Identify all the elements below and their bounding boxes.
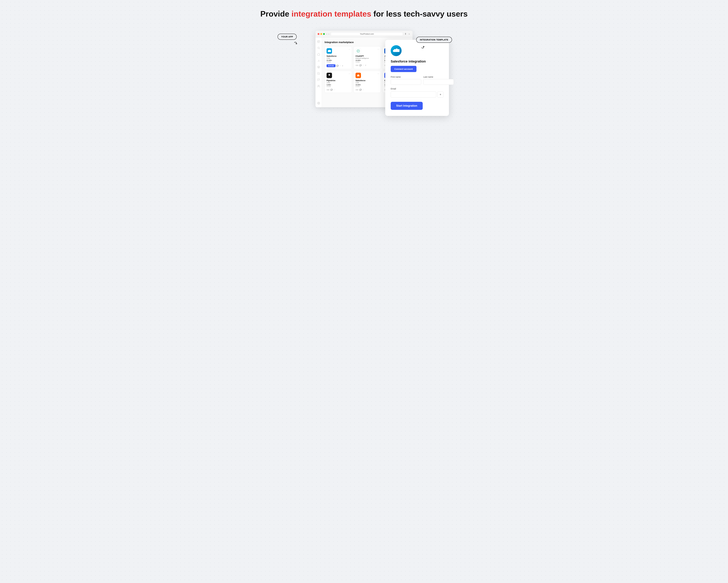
card-icons-pipedrive: 💬 ♡ xyxy=(331,89,335,91)
card-logo-salesforce2 xyxy=(356,73,361,78)
gray-btn-salesforce2[interactable] xyxy=(356,89,359,91)
start-integration-button[interactable]: Start Integration xyxy=(391,102,423,110)
sidebar-icon-check[interactable] xyxy=(317,72,320,75)
heart-icon-5: ♡ xyxy=(363,89,364,91)
integration-panel: Salesforce integration Connect account F… xyxy=(385,40,449,116)
card-category-pipedrive: CRM xyxy=(327,82,350,83)
card-menu-salesforce2[interactable]: ··· xyxy=(378,72,379,75)
nav-back[interactable]: ‹ xyxy=(327,33,327,35)
sidebar-icon-flag[interactable] xyxy=(317,78,320,81)
card-menu-pipedrive[interactable]: ··· xyxy=(348,72,350,75)
svg-marker-5 xyxy=(317,66,320,67)
card-footer-salesforce2: 💬 ♡ xyxy=(356,89,379,91)
first-name-label: First name xyxy=(391,76,421,78)
gray-btn-pipedrive[interactable] xyxy=(327,89,330,91)
dot-red[interactable] xyxy=(318,33,319,35)
gray-btn-chatgpt[interactable] xyxy=(356,65,359,66)
last-name-group: Last name xyxy=(423,76,454,85)
comment-icon-2: 💬 xyxy=(360,64,362,67)
email-row: + xyxy=(391,92,443,98)
name-form-row: First name Last name xyxy=(391,76,443,85)
salesforce-logo-icon xyxy=(393,48,399,53)
headline-suffix: for less tech-savvy users xyxy=(371,9,468,18)
integration-template-label: INTEGRATION TEMPLATE xyxy=(416,37,452,43)
card-icons-chatgpt: 💬 ♡ ⬆ xyxy=(360,64,366,67)
sidebar-icon-chart[interactable] xyxy=(317,59,320,62)
nav-forward[interactable]: › xyxy=(328,33,329,35)
heart-icon-4: ♡ xyxy=(334,89,335,91)
card-category-salesforce: CRM xyxy=(327,57,350,59)
card-name-salesforce: Salesforce xyxy=(327,55,350,57)
your-app-label: YOUR APP xyxy=(278,34,297,40)
heart-icon: ♡ xyxy=(339,65,341,67)
add-tab-icon[interactable]: ＋ xyxy=(408,32,410,36)
last-name-label: Last name xyxy=(423,76,454,78)
card-chatgpt: ··· ChatGPT Artificial Intelligence 10,0… xyxy=(354,46,381,69)
email-label: Email xyxy=(391,87,443,90)
first-name-input[interactable] xyxy=(391,79,421,85)
email-group: Email xyxy=(391,87,443,90)
activate-btn-salesforce[interactable]: Activate xyxy=(327,64,336,67)
card-logo-pipedrive xyxy=(327,73,332,78)
sidebar-icon-search[interactable] xyxy=(317,46,320,50)
comment-icon-4: 💬 xyxy=(331,89,333,91)
browser-url-bar[interactable]: YourProduct.com xyxy=(331,32,403,36)
browser-dots xyxy=(318,33,325,35)
card-category-chatgpt: Artificial Intelligence xyxy=(356,57,379,59)
card-menu-chatgpt[interactable]: ··· xyxy=(378,48,379,50)
comment-icon: 💬 xyxy=(336,65,339,67)
panel-title: Salesforce integration xyxy=(391,59,443,64)
card-footer-chatgpt: 💬 ♡ ⬆ xyxy=(356,64,379,67)
card-footer-pipedrive: 💬 ♡ xyxy=(327,89,350,91)
card-installs-pipedrive: 3,000+Installs xyxy=(327,84,350,87)
sidebar-icon-settings[interactable] xyxy=(317,101,320,105)
card-pipedrive: ··· Pipedrive CRM 3,000+Installs 💬 ♡ xyxy=(324,71,352,93)
headline-highlight: integration templates xyxy=(291,9,371,18)
your-app-arrow: ↷ xyxy=(293,41,298,46)
dot-yellow[interactable] xyxy=(320,33,322,35)
share-icon[interactable]: ⬆ xyxy=(405,32,407,36)
svg-point-8 xyxy=(318,103,319,104)
svg-point-7 xyxy=(318,85,319,86)
browser-toolbar: ‹ › YourProduct.com ⬆ ＋ xyxy=(315,31,413,37)
sidebar-icon-box[interactable] xyxy=(317,40,320,43)
svg-rect-0 xyxy=(318,41,320,43)
comment-icon-5: 💬 xyxy=(360,89,362,91)
card-name-chatgpt: ChatGPT xyxy=(356,55,379,57)
app-sidebar xyxy=(315,37,322,107)
share-icon-2: ⬆ xyxy=(365,64,366,67)
card-footer-salesforce: Activate 💬 ♡ ⬆ xyxy=(327,64,350,67)
card-installs-salesforce: 22,000+Installs xyxy=(327,60,350,63)
card-menu-salesforce[interactable]: ··· xyxy=(348,48,350,50)
demo-area: YOUR APP ↷ INTEGRATION TEMPLATE ↷ ‹ › Yo… xyxy=(281,31,447,107)
heart-icon-2: ♡ xyxy=(363,64,364,67)
sidebar-icon-user[interactable] xyxy=(317,84,320,88)
svg-marker-10 xyxy=(357,74,360,77)
card-salesforce: ··· Salesforce CRM 22,000+Installs Activ… xyxy=(324,46,352,69)
card-logo-salesforce xyxy=(327,48,332,54)
card-icons-salesforce2: 💬 ♡ xyxy=(360,89,364,91)
email-add-button[interactable]: + xyxy=(437,92,443,98)
sidebar-icon-home[interactable] xyxy=(317,53,320,56)
email-input[interactable] xyxy=(391,92,436,98)
page-headline: Provide integration templates for less t… xyxy=(260,9,468,19)
card-logo-chatgpt xyxy=(356,48,361,54)
svg-point-1 xyxy=(318,47,319,49)
first-name-group: First name xyxy=(391,76,421,85)
panel-logo xyxy=(391,45,401,56)
card-category-salesforce2: CRM xyxy=(356,82,379,83)
headline-prefix: Provide xyxy=(260,9,291,18)
card-name-salesforce2: Salesforce xyxy=(356,79,379,82)
dot-green[interactable] xyxy=(323,33,325,35)
card-installs-salesforce2: 10,000+Installs xyxy=(356,84,379,87)
sidebar-icon-layers[interactable] xyxy=(317,66,320,69)
last-name-input[interactable] xyxy=(423,79,454,85)
share-icon-card: ⬆ xyxy=(342,65,343,67)
card-name-pipedrive: Pipedrive xyxy=(327,79,350,82)
card-salesforce2: ··· Salesforce CRM 10,000+Installs 💬 ♡ xyxy=(354,71,381,93)
browser-actions: ⬆ ＋ xyxy=(405,32,410,36)
svg-point-9 xyxy=(329,74,330,76)
card-installs-chatgpt: 10,000+Installs xyxy=(356,60,379,63)
connect-account-button[interactable]: Connect account xyxy=(391,66,416,72)
card-icons-salesforce: 💬 ♡ ⬆ xyxy=(336,65,343,67)
